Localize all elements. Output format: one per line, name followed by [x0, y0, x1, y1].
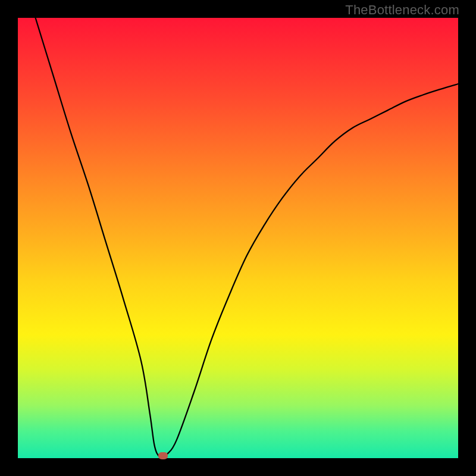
plot-area — [18, 18, 458, 458]
watermark-text: TheBottleneck.com — [345, 2, 459, 18]
optimum-marker — [158, 452, 168, 459]
chart-frame: TheBottleneck.com — [0, 0, 476, 476]
bottleneck-curve — [18, 18, 458, 458]
